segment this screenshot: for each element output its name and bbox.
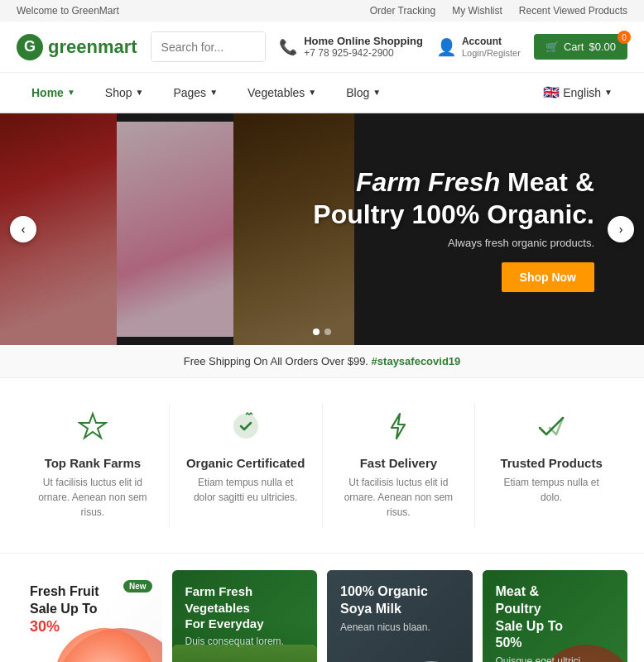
- feature-title-1: Top Rank Farms: [33, 456, 152, 470]
- chevron-down-icon: ▼: [136, 88, 144, 97]
- chevron-down-icon: ▼: [67, 88, 75, 97]
- cat-title-veggies: Farm FreshVegetablesFor Everyday: [185, 583, 305, 632]
- cat-sub-veggies: Duis consequat lorem.: [185, 636, 305, 647]
- header: G greenmart 🔍 📞 Home Online Shopping +7 …: [0, 22, 644, 73]
- header-contact: 📞 Home Online Shopping +7 78 925-942-290…: [279, 35, 423, 59]
- main-nav: Home ▼ Shop ▼ Pages ▼ Vegetables ▼ Blog …: [0, 73, 644, 113]
- svg-marker-0: [79, 414, 106, 438]
- promo-text: Free Shipping On All Orders Over $99.: [184, 355, 368, 367]
- hero-subtitle: Always fresh organic products.: [313, 237, 594, 249]
- category-card-fresh-fruit: Fresh FruitSale Up To 30% Aenean rhoncus…: [17, 570, 162, 662]
- feature-desc-3: Ut facilisis luctus elit id ornare. Aene…: [339, 475, 459, 520]
- account-section[interactable]: 👤 Account Login/Register: [436, 36, 521, 59]
- cart-badge: 0: [618, 31, 631, 44]
- hero-content: Farm Fresh Meat &Poultry 100% Organic. A…: [313, 166, 594, 292]
- category-card-meat: Meat &PoultrySale Up To50% Quisque eget …: [483, 570, 628, 662]
- category-card-soya-milk: 100% OrganicSoya Milk Aenean nicus blaan…: [327, 570, 473, 662]
- cart-button[interactable]: 0 🛒 Cart $0.00: [534, 34, 627, 60]
- badge-check-icon: [186, 411, 305, 448]
- features-section: Top Rank Farms Ut facilisis luctus elit …: [0, 378, 644, 554]
- category-cards: Fresh FruitSale Up To 30% Aenean rhoncus…: [0, 554, 644, 662]
- feature-desc-2: Etiam tempus nulla et dolor sagitti eu u…: [186, 475, 305, 505]
- nav-item-language[interactable]: 🇬🇧 English ▼: [528, 73, 627, 112]
- cat-title-milk: 100% OrganicSoya Milk: [340, 583, 459, 618]
- cat-sub-meat: Quisque eget ultrici.: [496, 655, 615, 662]
- logo-text: greenmart: [48, 36, 137, 58]
- nav-item-home[interactable]: Home ▼: [17, 74, 90, 111]
- feature-desc-1: Ut facilisis luctus elit id ornare. Aene…: [33, 475, 152, 520]
- hero-next-button[interactable]: ›: [608, 216, 634, 242]
- chevron-down-icon: ▼: [209, 88, 218, 97]
- logo-icon: G: [17, 34, 43, 60]
- hero-title-em: Farm Fresh: [356, 167, 500, 197]
- search-bar: 🔍: [151, 31, 267, 62]
- recent-viewed-link[interactable]: Recent Viewed Products: [519, 5, 627, 17]
- feature-title-4: Trusted Products: [492, 456, 611, 470]
- new-badge: New: [123, 580, 152, 592]
- phone-number: +7 78 925-942-2900: [304, 47, 393, 59]
- hero-cta-button[interactable]: Shop Now: [502, 262, 594, 292]
- chevron-down-icon: ▼: [372, 88, 381, 97]
- chevron-down-icon: ▼: [604, 88, 613, 97]
- promo-hashtag[interactable]: #staysafecovid19: [372, 355, 461, 367]
- account-icon: 👤: [436, 37, 457, 57]
- nav-item-vegetables[interactable]: Vegetables ▼: [233, 74, 331, 111]
- account-label: Account: [462, 36, 502, 47]
- cart-icon: 🛒: [545, 41, 559, 53]
- nav-item-pages[interactable]: Pages ▼: [158, 74, 233, 111]
- feature-title-3: Fast Delivery: [339, 456, 459, 470]
- star-icon: [33, 411, 152, 448]
- svg-point-1: [234, 415, 257, 438]
- order-tracking-link[interactable]: Order Tracking: [370, 5, 435, 17]
- phone-icon: 📞: [279, 38, 297, 56]
- category-card-vegetables: Farm FreshVegetablesFor Everyday Duis co…: [172, 570, 318, 662]
- cart-amount: $0.00: [589, 41, 616, 53]
- chevron-down-icon: ▼: [308, 88, 316, 97]
- nav-item-blog[interactable]: Blog ▼: [331, 74, 396, 111]
- promo-bar: Free Shipping On All Orders Over $99. #s…: [0, 345, 644, 378]
- nav-item-shop[interactable]: Shop ▼: [90, 74, 159, 111]
- feature-trusted: Trusted Products Etiam tempus nulla et d…: [475, 403, 627, 528]
- hero-title: Farm Fresh Meat &Poultry 100% Organic.: [313, 166, 594, 230]
- hero-banner: ‹ Farm Fresh Meat &Poultry 100% Organic.…: [0, 113, 644, 345]
- feature-desc-4: Etiam tempus nulla et dolo.: [492, 475, 611, 505]
- search-input[interactable]: [151, 32, 267, 61]
- hero-dots: [313, 329, 331, 335]
- top-bar-welcome: Welcome to GreenMart: [17, 5, 119, 17]
- wishlist-link[interactable]: My Wishlist: [452, 5, 502, 17]
- feature-delivery: Fast Delivery Ut facilisis luctus elit i…: [323, 403, 476, 528]
- top-bar: Welcome to GreenMart Order Tracking My W…: [0, 0, 644, 22]
- feature-top-rank: Top Rank Farms Ut facilisis luctus elit …: [17, 403, 170, 528]
- hero-dot-1[interactable]: [313, 329, 320, 335]
- hero-prev-button[interactable]: ‹: [10, 216, 36, 242]
- flag-icon: 🇬🇧: [543, 84, 560, 100]
- bolt-icon: [339, 411, 459, 448]
- feature-organic: Organic Certificated Etiam tempus nulla …: [170, 403, 323, 528]
- phone-label: Home Online Shopping: [304, 35, 423, 47]
- feature-title-2: Organic Certificated: [186, 456, 305, 470]
- logo[interactable]: G greenmart: [17, 34, 137, 60]
- hero-dot-2[interactable]: [324, 329, 331, 335]
- cat-discount-fruit: 30%: [30, 618, 149, 636]
- login-register-link[interactable]: Login/Register: [462, 48, 521, 58]
- top-bar-links: Order Tracking My Wishlist Recent Viewed…: [370, 5, 627, 17]
- cat-title-meat: Meat &PoultrySale Up To50%: [496, 583, 615, 652]
- svg-marker-2: [392, 414, 405, 439]
- cart-label: Cart: [564, 41, 584, 53]
- cat-sub-milk: Aenean nicus blaan.: [340, 621, 459, 633]
- check-icon: [492, 411, 611, 448]
